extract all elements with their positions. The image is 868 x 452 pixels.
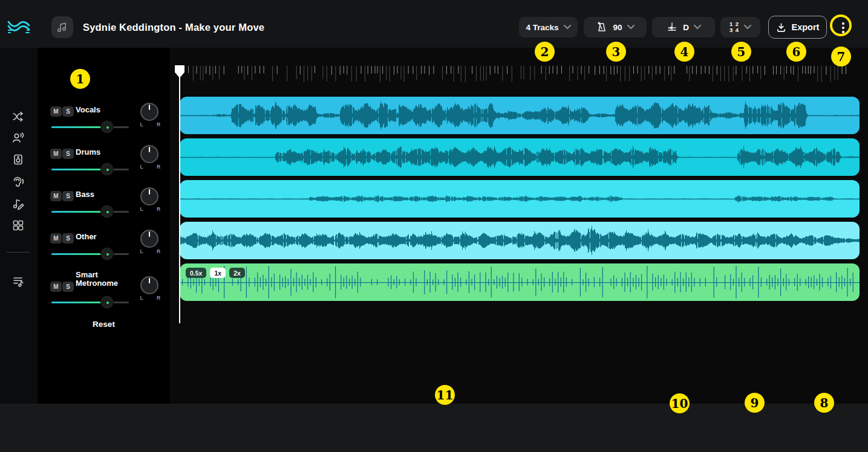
volume-slider[interactable] (51, 250, 129, 258)
waveform-track-vocals[interactable] (180, 97, 860, 134)
annotation-badge: 5 (731, 42, 751, 62)
waveform-area: 0.5x 1x 2x (170, 48, 868, 404)
split-tracks-icon[interactable] (11, 110, 25, 123)
slider-fill (51, 302, 107, 303)
beat-ruler[interactable] (188, 66, 847, 83)
left-sidebar (0, 48, 38, 452)
speed-2x-button[interactable]: 2x (229, 268, 245, 278)
volume-slider[interactable] (51, 165, 129, 173)
waveform-track-drums[interactable] (180, 138, 860, 176)
pitch-key-dropdown[interactable]: D (652, 17, 715, 37)
ear-training-icon[interactable] (11, 175, 25, 189)
solo-button[interactable]: S (62, 233, 74, 244)
slider-thumb[interactable] (100, 120, 114, 134)
annotation-badge: 1 (70, 69, 90, 89)
mute-button[interactable]: M (50, 149, 62, 159)
chevron-down-icon (744, 25, 751, 30)
waveform-canvas (180, 138, 860, 176)
speed-1x-button[interactable]: 1x (210, 268, 226, 278)
slider-fill (51, 169, 107, 170)
pan-knob[interactable] (140, 145, 158, 163)
slider-thumb[interactable] (100, 295, 114, 309)
pan-right-label: R (155, 206, 162, 212)
track-label: Vocals (76, 106, 134, 114)
pan-knob[interactable] (140, 187, 158, 205)
export-label: Export (792, 22, 820, 32)
annotation-badge: 7 (831, 47, 851, 66)
mute-button[interactable]: M (50, 282, 62, 292)
speed-0.5x-button[interactable]: 0.5x (186, 268, 206, 278)
slider-fill (51, 253, 107, 255)
annotation-badge: 9 (745, 393, 765, 413)
tempo-value: 90 (613, 23, 622, 32)
export-button[interactable]: Export (768, 16, 827, 39)
volume-slider[interactable] (51, 123, 129, 131)
mute-button[interactable]: M (50, 191, 62, 201)
player-bar: 0:00 3:52 Lyrics Chords Secti (0, 404, 868, 452)
pan-knob[interactable] (140, 276, 158, 294)
pan-left-label: L (138, 121, 145, 128)
waveform-canvas (180, 263, 860, 301)
annotation-badge: 4 (674, 42, 694, 62)
annotation-badge: 6 (786, 42, 806, 62)
pan-right-label: R (155, 121, 162, 128)
tracks-dropdown-label: 4 Tracks (526, 23, 558, 32)
mixer-row-metronome: M S Smart Metronome L R (38, 270, 170, 312)
pan-left-label: L (138, 295, 145, 301)
slider-thumb[interactable] (100, 163, 114, 176)
amp-speaker-icon[interactable] (11, 153, 25, 166)
key-value: D (683, 23, 689, 32)
waveform-canvas (180, 180, 860, 218)
track-label: Bass (76, 190, 134, 199)
tracks-dropdown[interactable]: 4 Tracks (519, 17, 578, 37)
chevron-down-icon (627, 25, 635, 30)
annotation-badge: 8 (814, 393, 834, 413)
time-signature-icon: 1 2 3 4 (729, 21, 739, 33)
track-label: Drums (76, 148, 134, 157)
top-bar: Sydnie Keddington - Make your Move 4 Tra… (0, 0, 868, 48)
solo-button[interactable]: S (62, 191, 74, 201)
playlist-icon[interactable] (11, 275, 25, 288)
waveform-canvas (180, 97, 860, 134)
song-title: Sydnie Keddington - Make your Move (83, 22, 264, 33)
apps-grid-icon[interactable] (11, 219, 25, 232)
mixer-row-vocals: M S Vocals L R (38, 101, 170, 143)
pitch-icon (666, 21, 678, 33)
pan-knob[interactable] (140, 230, 158, 248)
sidebar-divider (7, 252, 30, 253)
annotation-badge: 10 (670, 393, 690, 413)
mixer-panel: M S Vocals L R M S Drums L R M S Bass (38, 48, 170, 404)
track-label: Other (76, 233, 134, 241)
annotation-badge: 2 (535, 42, 555, 62)
solo-button[interactable]: S (62, 282, 74, 292)
mixer-row-drums: M S Drums L R (38, 143, 170, 186)
playhead-line (179, 65, 180, 323)
slider-thumb[interactable] (100, 205, 114, 218)
pan-left-label: L (138, 206, 145, 212)
pan-left-label: L (138, 164, 145, 170)
slider-fill (51, 126, 107, 128)
metronome-icon (596, 21, 608, 33)
volume-slider[interactable] (51, 207, 129, 216)
slider-thumb[interactable] (100, 247, 114, 260)
pan-knob[interactable] (140, 103, 158, 121)
song-edit-icon[interactable] (11, 197, 25, 210)
solo-button[interactable]: S (62, 149, 74, 159)
time-signature-dropdown[interactable]: 1 2 3 4 (720, 17, 760, 37)
reset-button[interactable]: Reset (38, 320, 170, 329)
playhead-marker[interactable] (175, 65, 184, 78)
download-icon (776, 22, 786, 33)
waveform-canvas (180, 222, 860, 259)
voice-studio-icon[interactable] (11, 131, 25, 144)
track-label: Smart Metronome (76, 271, 131, 288)
waveform-track-metronome[interactable]: 0.5x 1x 2x (180, 263, 860, 301)
waveform-track-bass[interactable] (180, 180, 860, 218)
mute-button[interactable]: M (50, 106, 62, 117)
waveform-track-other[interactable] (180, 222, 860, 259)
volume-slider[interactable] (51, 298, 129, 306)
mixer-row-bass: M S Bass L R (38, 186, 170, 228)
chevron-down-icon (564, 25, 571, 30)
metronome-tempo-dropdown[interactable]: 90 (584, 17, 647, 37)
solo-button[interactable]: S (62, 106, 74, 117)
mute-button[interactable]: M (50, 233, 62, 244)
